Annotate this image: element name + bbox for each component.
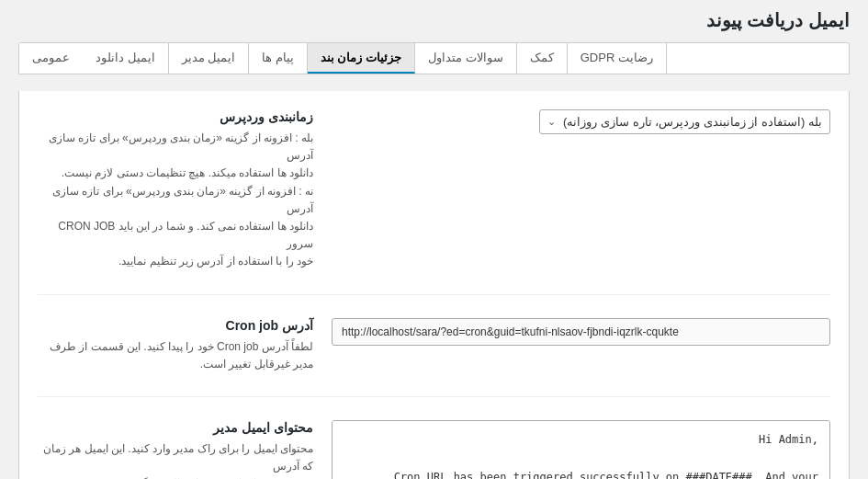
admin-email-section: Hi Admin, Cron URL has been triggered su… [38, 420, 830, 479]
divider-2 [38, 396, 830, 397]
tab-gdpr[interactable]: رضایت GDPR [568, 43, 667, 74]
tab-help[interactable]: کمک [517, 43, 568, 74]
cron-url-input[interactable] [332, 318, 830, 346]
admin-email-textarea[interactable]: Hi Admin, Cron URL has been triggered su… [332, 420, 830, 479]
admin-email-title: محتوای ایمیل مدیر [38, 420, 313, 435]
tab-faq[interactable]: سوالات متداول [415, 43, 517, 74]
page-title: ایمیل دریافت پیوند [18, 9, 850, 31]
tab-general[interactable]: عمومی [19, 43, 83, 74]
page-wrapper: ایمیل دریافت پیوند رضایت GDPR کمک سوالات… [0, 0, 868, 479]
tab-messages[interactable]: پیام ها [249, 43, 308, 74]
cron-control: بله (استفاده از زمانبندی وردپرس، تاره سا… [332, 109, 830, 134]
cron-url-label: آدرس Cron job لطفاً آدرس Cron job خود را… [38, 318, 313, 373]
cron-url-section: آدرس Cron job لطفاً آدرس Cron job خود را… [38, 318, 830, 373]
cron-url-description: لطفاً آدرس Cron job خود را پیدا کنید. ای… [38, 338, 313, 373]
admin-email-description: محتوای ایمیل را برای راک مدیر وارد کنید.… [38, 440, 313, 479]
tab-schedule[interactable]: جزئیات زمان بند [308, 43, 415, 74]
tab-bar: رضایت GDPR کمک سوالات متداول جزئیات زمان… [18, 42, 850, 74]
wordpress-cron-title: زمانبندی وردپرس [38, 109, 313, 124]
email-content-control: Hi Admin, Cron URL has been triggered su… [332, 420, 830, 479]
wordpress-cron-description: بله : افزونه از گزینه «زمان بندی وردپرس»… [38, 130, 313, 271]
cron-url-control [332, 318, 830, 346]
admin-email-label: محتوای ایمیل مدیر محتوای ایمیل را برای ر… [38, 420, 313, 479]
wordpress-cron-section: بله (استفاده از زمانبندی وردپرس، تاره سا… [38, 109, 830, 271]
cron-dropdown[interactable]: بله (استفاده از زمانبندی وردپرس، تاره سا… [539, 109, 830, 134]
tab-admin-email[interactable]: ایمیل مدیر [169, 43, 250, 74]
cron-dropdown-value: بله (استفاده از زمانبندی وردپرس، تاره سا… [563, 115, 822, 129]
wordpress-cron-label: زمانبندی وردپرس بله : افزونه از گزینه «ز… [38, 109, 313, 271]
chevron-down-icon: ⌄ [547, 116, 556, 128]
content-area: بله (استفاده از زمانبندی وردپرس، تاره سا… [18, 91, 850, 479]
divider-1 [38, 294, 830, 295]
cron-url-title: آدرس Cron job [38, 318, 313, 333]
tab-download-email[interactable]: ایمیل دانلود [83, 43, 169, 74]
